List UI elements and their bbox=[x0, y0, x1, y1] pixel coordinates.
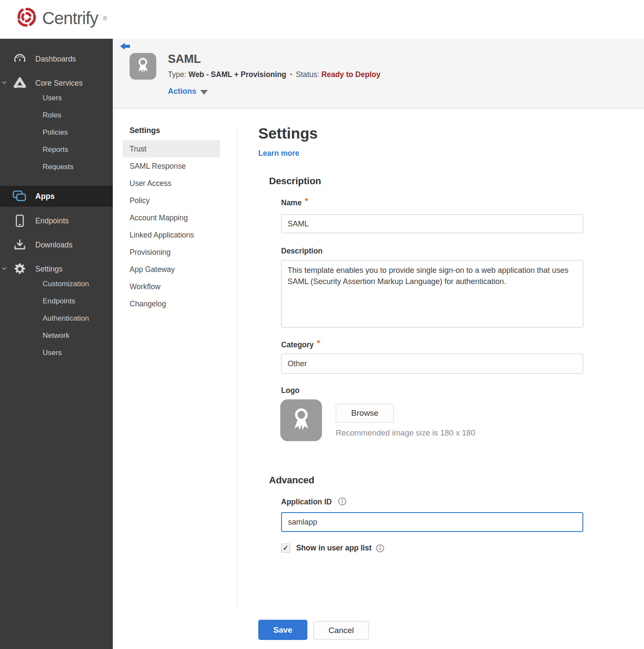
download-icon bbox=[13, 238, 26, 251]
type-label: Type: bbox=[168, 70, 186, 79]
status-badge: Ready to Deploy bbox=[322, 70, 381, 79]
logo-preview bbox=[280, 399, 322, 441]
main-content: Settings Learn more Description Name* De… bbox=[258, 125, 603, 142]
type-value: Web - SAML + Provisioning bbox=[189, 70, 286, 79]
application-id-label: Application ID bbox=[281, 498, 332, 506]
chevron-down-icon[interactable] bbox=[1, 266, 8, 272]
app-logo bbox=[130, 53, 156, 80]
sidebar: Dashboards Core Services Users Roles Pol… bbox=[0, 39, 113, 649]
subnav-heading: Settings bbox=[123, 126, 220, 140]
back-arrow-icon[interactable] bbox=[120, 42, 131, 52]
sidebar-item-endpoints[interactable]: Endpoints bbox=[0, 213, 113, 229]
sidebar-item-users[interactable]: Users bbox=[43, 94, 62, 102]
description-label: Description bbox=[281, 247, 322, 256]
browse-button[interactable]: Browse bbox=[336, 404, 394, 423]
sidebar-item-core-services[interactable]: Core Services bbox=[0, 75, 113, 91]
subnav-item-saml-response[interactable]: SAML Response bbox=[123, 158, 220, 175]
sidebar-item-downloads[interactable]: Downloads bbox=[0, 237, 113, 253]
brand-registered-mark: ® bbox=[103, 15, 107, 22]
sidebar-item-label: Settings bbox=[35, 265, 62, 274]
learn-more-link[interactable]: Learn more bbox=[258, 149, 299, 158]
core-services-icon bbox=[13, 77, 26, 90]
subnav-item-app-gateway[interactable]: App Gateway bbox=[123, 261, 220, 278]
category-input[interactable] bbox=[281, 354, 583, 374]
sidebar-item-customization[interactable]: Customization bbox=[43, 280, 89, 288]
required-asterisk: * bbox=[317, 338, 320, 348]
brand-logo: Centrify ® bbox=[15, 6, 107, 30]
app-subnav: Settings Trust SAML Response User Access… bbox=[123, 126, 220, 312]
sidebar-item-reports[interactable]: Reports bbox=[43, 145, 68, 154]
ribbon-icon bbox=[289, 406, 313, 435]
show-in-user-app-list-row[interactable]: ✓ Show in user app list bbox=[281, 544, 384, 553]
chevron-down-icon[interactable] bbox=[1, 80, 8, 87]
info-icon[interactable] bbox=[338, 497, 347, 506]
show-in-user-app-list-label: Show in user app list bbox=[296, 544, 372, 553]
subnav-item-account-mapping[interactable]: Account Mapping bbox=[123, 209, 220, 226]
subnav-item-provisioning[interactable]: Provisioning bbox=[123, 244, 220, 261]
cancel-button[interactable]: Cancel bbox=[313, 621, 369, 640]
brand-name: Centrify bbox=[42, 9, 98, 28]
sidebar-item-dashboards[interactable]: Dashboards bbox=[0, 51, 113, 67]
sidebar-item-apps-active[interactable]: Apps bbox=[0, 186, 113, 207]
show-in-user-app-list-checkbox[interactable]: ✓ bbox=[281, 544, 290, 553]
app-meta: Type: Web - SAML + Provisioning•Status: … bbox=[168, 70, 381, 79]
sidebar-item-roles[interactable]: Roles bbox=[43, 111, 61, 120]
logo-label: Logo bbox=[281, 386, 300, 395]
description-section-heading: Description bbox=[269, 176, 321, 187]
description-textarea[interactable]: This template enables you to provide sin… bbox=[281, 260, 583, 328]
sidebar-item-label: Apps bbox=[35, 192, 55, 201]
sidebar-item-label: Core Services bbox=[35, 79, 83, 88]
page: Centrify ® Dashboards bbox=[0, 0, 644, 649]
subnav-item-workflow[interactable]: Workflow bbox=[123, 278, 220, 295]
save-button[interactable]: Save bbox=[258, 620, 307, 640]
gear-icon bbox=[13, 263, 26, 275]
subnav-item-policy[interactable]: Policy bbox=[123, 192, 220, 209]
name-input[interactable] bbox=[281, 214, 583, 233]
subnav-item-linked-applications[interactable]: Linked Applications bbox=[123, 226, 220, 244]
top-bar: Centrify ® bbox=[0, 0, 644, 39]
advanced-section-heading: Advanced bbox=[269, 475, 314, 486]
page-title: Settings bbox=[258, 125, 603, 142]
name-label-row: Name* bbox=[281, 197, 308, 207]
subnav-item-changelog[interactable]: Changelog bbox=[123, 295, 220, 312]
actions-dropdown[interactable]: Actions bbox=[168, 87, 208, 96]
app-header: SAML Type: Web - SAML + Provisioning•Sta… bbox=[113, 39, 644, 108]
sidebar-item-label: Dashboards bbox=[35, 55, 76, 64]
sidebar-item-label: Endpoints bbox=[35, 216, 69, 226]
subnav-item-trust[interactable]: Trust bbox=[123, 140, 220, 158]
device-icon bbox=[13, 214, 26, 227]
apps-icon bbox=[12, 190, 27, 202]
app-title: SAML bbox=[168, 53, 201, 66]
application-id-label-row: Application ID bbox=[281, 497, 347, 507]
sidebar-item-policies[interactable]: Policies bbox=[43, 128, 68, 137]
sidebar-item-label: Downloads bbox=[35, 241, 73, 250]
meta-separator: • bbox=[290, 70, 292, 79]
sidebar-item-authentication[interactable]: Authentication bbox=[43, 314, 89, 323]
actions-label: Actions bbox=[168, 87, 196, 96]
category-label: Category bbox=[281, 340, 314, 349]
sidebar-item-settings[interactable]: Settings bbox=[0, 261, 113, 277]
name-label: Name bbox=[281, 198, 302, 207]
ribbon-icon bbox=[135, 56, 151, 76]
subnav-item-user-access[interactable]: User Access bbox=[123, 175, 220, 192]
category-label-row: Category* bbox=[281, 339, 320, 349]
status-label: Status: bbox=[296, 70, 319, 79]
dropdown-triangle-icon bbox=[200, 90, 208, 95]
required-asterisk: * bbox=[305, 196, 308, 206]
gauge-icon bbox=[13, 53, 26, 65]
vertical-divider bbox=[237, 129, 237, 608]
logo-hint: Recommended image size is 180 x 180 bbox=[336, 428, 475, 438]
sidebar-item-settings-endpoints[interactable]: Endpoints bbox=[43, 297, 75, 306]
centrify-logo-icon bbox=[15, 6, 38, 30]
sidebar-item-requests[interactable]: Requests bbox=[43, 163, 74, 171]
application-id-input[interactable] bbox=[281, 512, 583, 532]
info-icon[interactable] bbox=[376, 544, 384, 553]
sidebar-item-settings-users[interactable]: Users bbox=[43, 349, 62, 357]
checkbox-check-icon: ✓ bbox=[283, 544, 288, 552]
sidebar-item-network[interactable]: Network bbox=[43, 331, 69, 340]
